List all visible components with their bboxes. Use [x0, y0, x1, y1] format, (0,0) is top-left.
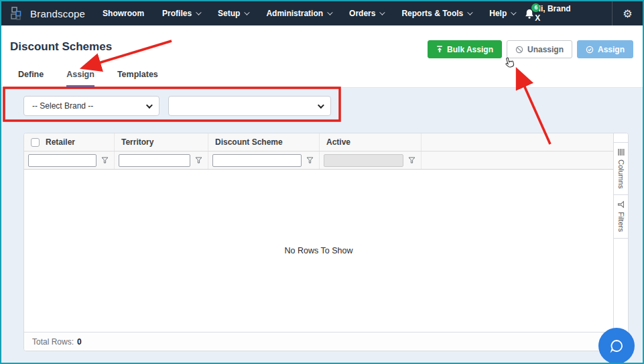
brand-name: Brandscope [30, 8, 85, 19]
nav-label: Administration [266, 9, 323, 18]
tab-define[interactable]: Define [18, 70, 44, 87]
column-header-retailer[interactable]: Retailer [24, 133, 115, 151]
chevron-down-icon [196, 9, 201, 15]
column-header-territory[interactable]: Territory [115, 133, 208, 151]
chevron-down-icon [146, 102, 153, 109]
retailer-filter-input[interactable] [28, 154, 96, 167]
filter-cell-territory [115, 151, 208, 169]
column-header-filler [422, 133, 613, 151]
column-header-discount-scheme[interactable]: Discount Scheme [208, 133, 320, 151]
assign-label: Assign [598, 45, 625, 54]
empty-rows-message: No Rows To Show [285, 246, 353, 255]
column-label: Territory [121, 137, 153, 147]
nav-item-reports-tools[interactable]: Reports & Tools [401, 9, 471, 18]
nav-item-profiles[interactable]: Profiles [162, 9, 200, 18]
side-tab-label: Filters [617, 212, 625, 232]
chevron-down-icon [318, 102, 324, 109]
gear-icon: ⚙ [623, 7, 632, 20]
nav-label: Showroom [103, 9, 144, 18]
bulk-assign-label: Bulk Assign [447, 45, 493, 54]
chevron-down-icon [245, 9, 250, 15]
discount-scheme-filter-input[interactable] [212, 154, 302, 167]
user-greeting[interactable]: Hi, Brand X [535, 4, 572, 23]
brand-logo[interactable]: Brandscope [10, 6, 85, 21]
grid-filter-row [24, 151, 613, 170]
side-tab-filters[interactable]: Filters [614, 195, 628, 239]
assignments-grid: Retailer Territory Discount Scheme Activ… [23, 133, 629, 351]
filter-cell-retailer [24, 151, 115, 169]
assign-button[interactable]: Assign [577, 40, 633, 58]
side-tab-label: Columns [617, 160, 625, 188]
funnel-icon [618, 201, 625, 208]
nav-label: Reports & Tools [401, 9, 463, 18]
column-label: Discount Scheme [215, 137, 283, 147]
funnel-icon[interactable] [408, 157, 415, 164]
funnel-icon[interactable] [101, 157, 109, 164]
chevron-down-icon [380, 9, 385, 15]
page-header: Discount Schemes Bulk Assign [1, 25, 643, 88]
chevron-down-icon [511, 9, 516, 15]
circle-slash-icon [515, 46, 523, 54]
filter-cell-filler [422, 151, 613, 169]
nav-item-administration[interactable]: Administration [266, 9, 331, 18]
bulk-assign-button[interactable]: Bulk Assign [428, 40, 502, 58]
page-title: Discount Schemes [10, 40, 112, 54]
top-navbar: Brandscope Showroom Profiles Setup Admin… [1, 1, 643, 25]
nav-item-help[interactable]: Help [489, 9, 515, 18]
total-rows-label: Total Rows: [32, 337, 74, 347]
tabs-bar: Define Assign Templates [10, 70, 633, 87]
nav-label: Help [489, 9, 507, 18]
grid-body: No Rows To Show [24, 170, 613, 332]
filter-cell-discount-scheme [208, 151, 320, 169]
tab-templates[interactable]: Templates [117, 70, 158, 87]
filter-cell-active [320, 151, 422, 169]
grid-side-bar: Columns Filters [613, 133, 628, 332]
chevron-down-icon [467, 9, 472, 15]
column-header-active[interactable]: Active [320, 133, 422, 151]
chat-widget-button[interactable] [598, 328, 635, 364]
funnel-icon[interactable] [195, 157, 202, 164]
circle-check-icon [586, 46, 594, 54]
settings-button[interactable]: ⚙ [613, 7, 643, 20]
unassign-label: Unassign [527, 45, 564, 54]
column-label: Retailer [46, 137, 75, 147]
grid-status-bar: Total Rows: 0 [24, 332, 628, 351]
scheme-select[interactable] [168, 96, 331, 116]
side-tab-columns[interactable]: Columns [614, 142, 628, 195]
total-rows-value: 0 [77, 337, 82, 347]
nav-label: Setup [218, 9, 240, 18]
tab-assign[interactable]: Assign [66, 70, 94, 87]
chevron-down-icon [327, 9, 332, 15]
unassign-button[interactable]: Unassign [507, 40, 572, 58]
territory-filter-input[interactable] [119, 154, 190, 167]
brand-select[interactable]: -- Select Brand -- [23, 96, 159, 116]
column-label: Active [326, 137, 350, 147]
nav-item-setup[interactable]: Setup [218, 9, 248, 18]
select-all-checkbox[interactable] [31, 138, 40, 147]
nav-label: Orders [349, 9, 375, 18]
chat-bubble-icon [608, 338, 625, 354]
grid-header-row: Retailer Territory Discount Scheme Activ… [24, 133, 613, 151]
notification-badge: 6 [531, 3, 540, 12]
nav-label: Profiles [162, 9, 192, 18]
content-area: -- Select Brand -- Retailer Territory Di… [1, 88, 643, 364]
columns-icon [618, 149, 625, 156]
brand-select-value: -- Select Brand -- [32, 101, 93, 111]
nav-item-showroom[interactable]: Showroom [103, 9, 144, 18]
upload-icon [436, 46, 443, 53]
notifications-button[interactable]: 6 [524, 8, 535, 19]
brandscope-logo-icon [10, 6, 25, 21]
nav-item-orders[interactable]: Orders [349, 9, 383, 18]
funnel-icon[interactable] [306, 157, 314, 164]
active-filter-input [324, 154, 403, 167]
